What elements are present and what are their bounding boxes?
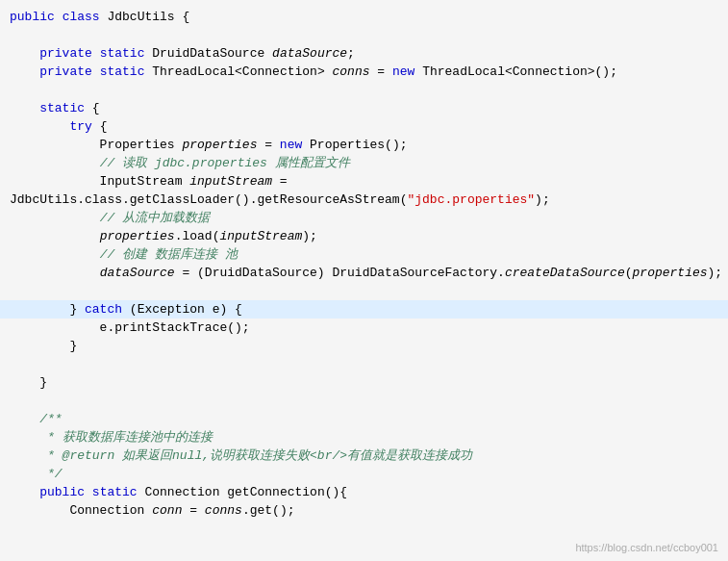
code-line-2: [0, 26, 728, 44]
code-line-26: */: [0, 465, 728, 483]
code-line-25: * @return 如果返回null,说明获取连接失败<br/>有值就是获取连接…: [0, 446, 728, 465]
code-line-8: Properties properties = new Properties()…: [0, 136, 728, 154]
code-line-12: // 从流中加载数据: [0, 209, 728, 227]
code-line-5: [0, 81, 728, 99]
code-line-17: } catch (Exception e) {: [0, 300, 728, 319]
code-line-13: properties.load(inputStream);: [0, 227, 728, 245]
code-line-9: // 读取 jdbc.properties 属性配置文件: [0, 154, 728, 172]
code-line-18: e.printStackTrace();: [0, 319, 728, 337]
code-line-6: static {: [0, 99, 728, 117]
code-line-27: public static Connection getConnection()…: [0, 483, 728, 501]
code-line-23: /**: [0, 410, 728, 428]
code-line-21: }: [0, 373, 728, 392]
code-line-14: // 创建 数据库连接 池: [0, 245, 728, 264]
code-line-10: InputStream inputStream =: [0, 172, 728, 191]
code-line-15: dataSource = (DruidDataSource) DruidData…: [0, 264, 728, 282]
code-line-24: * 获取数据库连接池中的连接: [0, 428, 728, 446]
code-line-7: try {: [0, 117, 728, 136]
code-line-19: }: [0, 337, 728, 355]
code-line-3: private static DruidDataSource dataSourc…: [0, 44, 728, 63]
code-editor: public class JdbcUtils { private static …: [0, 0, 728, 561]
code-line-28: Connection conn = conns.get();: [0, 501, 728, 520]
watermark: https://blog.csdn.net/ccboy001: [575, 542, 718, 553]
code-line-20: [0, 355, 728, 373]
code-line-22: [0, 392, 728, 410]
code-line-11: JdbcUtils.class.getClassLoader().getReso…: [0, 191, 728, 209]
code-line-16: [0, 282, 728, 300]
code-line-1: public class JdbcUtils {: [0, 8, 728, 26]
code-line-4: private static ThreadLocal<Connection> c…: [0, 63, 728, 81]
